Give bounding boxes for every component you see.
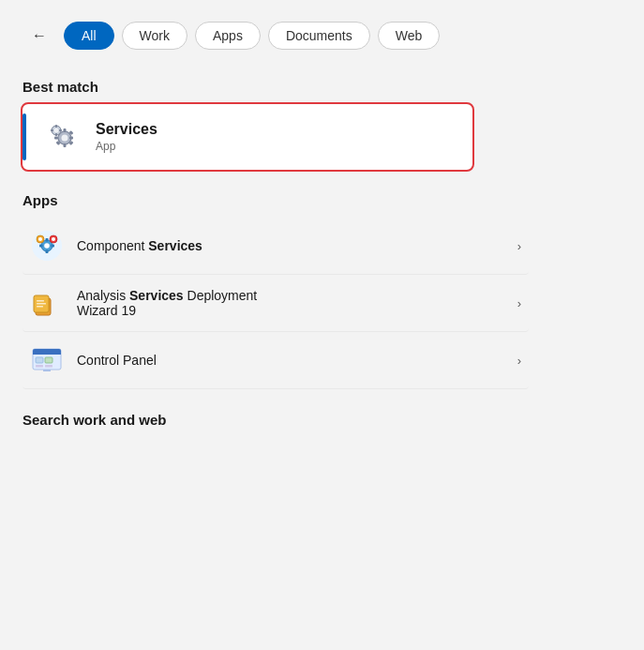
svg-rect-4: [54, 137, 58, 140]
svg-rect-5: [69, 137, 73, 140]
analysis-services-icon: [30, 286, 64, 320]
svg-rect-13: [55, 133, 57, 136]
filter-apps[interactable]: Apps: [195, 22, 261, 50]
svg-rect-2: [64, 128, 67, 132]
best-match-name: Services: [96, 121, 157, 138]
best-match-text: Services App: [96, 121, 157, 153]
best-match-accent-bar: [22, 113, 26, 160]
svg-rect-15: [59, 129, 62, 131]
apps-section: Apps: [22, 192, 622, 389]
services-app-icon: [43, 117, 82, 157]
svg-rect-38: [45, 365, 52, 368]
search-work-web-header: Search work and web: [22, 412, 622, 428]
svg-rect-37: [36, 365, 43, 368]
svg-rect-20: [46, 250, 49, 254]
control-panel-label: Control Panel: [77, 353, 510, 368]
svg-point-26: [52, 237, 55, 241]
svg-point-24: [38, 237, 42, 241]
analysis-services-label: Analysis Services DeploymentWizard 19: [77, 288, 510, 318]
best-match-header: Best match: [22, 79, 622, 95]
svg-rect-22: [52, 245, 55, 248]
filter-all[interactable]: All: [64, 22, 114, 50]
component-services-icon: [30, 229, 64, 263]
svg-point-18: [44, 243, 50, 249]
component-services-label: Component Services: [77, 238, 510, 253]
svg-point-1: [62, 135, 68, 142]
svg-rect-3: [64, 144, 67, 147]
search-results-panel: ← All Work Apps Documents Web Best match: [0, 0, 644, 650]
best-match-card[interactable]: Services App: [22, 104, 472, 170]
svg-rect-19: [46, 238, 49, 242]
svg-rect-34: [33, 352, 61, 355]
svg-rect-30: [37, 303, 46, 305]
svg-rect-39: [43, 370, 51, 371]
svg-rect-12: [55, 125, 57, 128]
filter-web[interactable]: Web: [378, 22, 441, 50]
control-panel-chevron: ›: [517, 354, 521, 368]
svg-point-11: [54, 128, 59, 133]
app-item-control-panel[interactable]: Control Panel ›: [22, 332, 529, 389]
filter-work[interactable]: Work: [122, 22, 187, 50]
component-services-chevron: ›: [517, 239, 521, 253]
analysis-services-chevron: ›: [517, 296, 521, 310]
svg-rect-29: [37, 300, 44, 302]
filter-row: ← All Work Apps Documents Web: [22, 19, 622, 53]
svg-rect-21: [39, 245, 43, 248]
svg-rect-35: [36, 357, 43, 363]
control-panel-icon: [30, 343, 64, 377]
svg-rect-14: [51, 129, 53, 131]
app-item-analysis-services[interactable]: Analysis Services DeploymentWizard 19 ›: [22, 275, 529, 332]
apps-section-header: Apps: [22, 192, 622, 208]
svg-rect-31: [37, 306, 43, 308]
best-match-type: App: [96, 140, 157, 153]
filter-documents[interactable]: Documents: [268, 22, 370, 50]
back-button[interactable]: ←: [22, 19, 56, 53]
svg-rect-36: [45, 357, 52, 363]
app-item-component-services[interactable]: Component Services ›: [22, 218, 529, 275]
